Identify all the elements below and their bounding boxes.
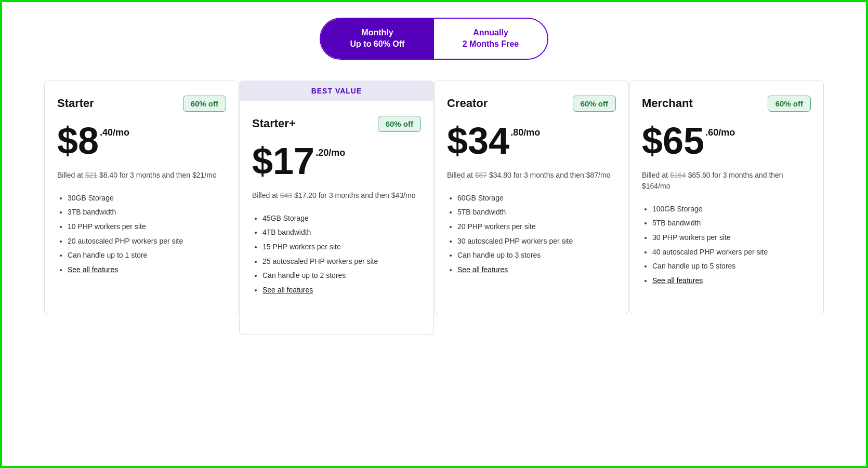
best-value-banner: BEST VALUE xyxy=(239,81,434,101)
plan-header-starter-plus: Starter+ 60% off xyxy=(252,116,421,132)
price-decimal-starter-plus: .20/mo xyxy=(315,148,345,158)
see-all-item-merchant[interactable]: See all features xyxy=(652,276,811,286)
feature-item-starter-3: 20 autoscaled PHP workers per site xyxy=(68,236,226,247)
features-list-starter: 30GB Storage3TB bandwidth10 PHP workers … xyxy=(57,193,226,275)
billing-note-starter-plus: Billed at $43 $17.20 for 3 months and th… xyxy=(252,190,421,201)
feature-item-starter-1: 3TB bandwidth xyxy=(68,207,226,218)
plan-card-starter-plus: Starter+ 60% off $17 .20/mo Billed at $4… xyxy=(239,101,434,336)
feature-item-starter-plus-2: 15 PHP workers per site xyxy=(262,242,421,252)
feature-item-starter-plus-1: 4TB bandwidth xyxy=(262,228,421,238)
plan-col-merchant: Merchant 60% off $65 .60/mo Billed at $1… xyxy=(629,81,824,315)
see-all-link-merchant[interactable]: See all features xyxy=(652,276,703,285)
toggle-container: Monthly Up to 60% Off Annually 2 Months … xyxy=(320,18,548,60)
features-list-creator: 60GB Storage5TB bandwidth20 PHP workers … xyxy=(447,193,616,275)
monthly-label-line1: Monthly xyxy=(333,27,422,38)
price-row-starter-plus: $17 .20/mo xyxy=(252,142,421,180)
feature-item-starter-plus-0: 45GB Storage xyxy=(262,213,421,224)
plan-name-creator: Creator xyxy=(447,97,488,110)
feature-item-creator-4: Can handle up to 3 stores xyxy=(457,250,616,261)
plan-card-merchant: Merchant 60% off $65 .60/mo Billed at $1… xyxy=(629,81,824,315)
discount-badge-starter: 60% off xyxy=(183,96,226,112)
price-main-creator: $34 xyxy=(447,122,509,159)
feature-item-creator-1: 5TB bandwidth xyxy=(457,207,616,218)
billing-note-creator: Billed at $87 $34.80 for 3 months and th… xyxy=(447,170,616,181)
features-list-starter-plus: 45GB Storage4TB bandwidth15 PHP workers … xyxy=(252,213,421,296)
feature-item-starter-0: 30GB Storage xyxy=(68,193,226,204)
billing-original-creator: $87 xyxy=(475,171,487,179)
plan-header-creator: Creator 60% off xyxy=(447,96,616,112)
price-decimal-starter: .40/mo xyxy=(100,127,129,138)
plan-col-starter-plus: BEST VALUE Starter+ 60% off $17 .20/mo B… xyxy=(239,81,434,315)
plan-col-creator: Creator 60% off $34 .80/mo Billed at $87… xyxy=(434,81,629,315)
see-all-link-creator[interactable]: See all features xyxy=(457,265,508,274)
see-all-item-creator[interactable]: See all features xyxy=(457,265,616,275)
see-all-item-starter[interactable]: See all features xyxy=(68,265,226,275)
see-all-item-starter-plus[interactable]: See all features xyxy=(262,285,421,296)
feature-item-merchant-1: 5TB bandwidth xyxy=(652,218,811,229)
price-row-creator: $34 .80/mo xyxy=(447,122,616,159)
billing-note-merchant: Billed at $164 $65.60 for 3 months and t… xyxy=(642,170,811,192)
price-decimal-merchant: .60/mo xyxy=(705,127,735,138)
feature-item-creator-3: 30 autoscaled PHP workers per site xyxy=(457,236,616,247)
annually-toggle[interactable]: Annually 2 Months Free xyxy=(434,19,547,59)
annually-label-line1: Annually xyxy=(446,27,535,38)
monthly-toggle[interactable]: Monthly Up to 60% Off xyxy=(321,19,434,59)
feature-item-starter-4: Can handle up to 1 store xyxy=(68,250,226,261)
plan-name-starter: Starter xyxy=(57,97,94,110)
billing-note-starter: Billed at $21 $8.40 for 3 months and the… xyxy=(57,170,226,181)
plan-header-merchant: Merchant 60% off xyxy=(642,96,811,112)
price-row-starter: $8 .40/mo xyxy=(57,122,226,159)
feature-item-merchant-2: 30 PHP workers per site xyxy=(652,233,811,243)
plan-header-starter: Starter 60% off xyxy=(57,96,226,112)
feature-item-creator-2: 20 PHP workers per site xyxy=(457,222,616,232)
price-main-starter-plus: $17 xyxy=(252,142,314,180)
feature-item-creator-0: 60GB Storage xyxy=(457,193,616,204)
feature-item-merchant-0: 100GB Storage xyxy=(652,204,811,215)
features-list-merchant: 100GB Storage5TB bandwidth30 PHP workers… xyxy=(642,204,811,286)
price-row-merchant: $65 .60/mo xyxy=(642,122,811,159)
discount-badge-merchant: 60% off xyxy=(768,96,811,112)
see-all-link-starter[interactable]: See all features xyxy=(68,265,118,274)
annually-label-line2: 2 Months Free xyxy=(446,38,535,50)
feature-item-starter-plus-3: 25 autoscaled PHP workers per site xyxy=(262,257,421,267)
billing-original-merchant: $164 xyxy=(670,171,686,179)
feature-item-starter-plus-4: Can handle up to 2 stores xyxy=(262,271,421,281)
billing-toggle[interactable]: Monthly Up to 60% Off Annually 2 Months … xyxy=(12,18,856,60)
billing-original-starter-plus: $43 xyxy=(280,191,292,199)
plan-card-starter: Starter 60% off $8 .40/mo Billed at $21 … xyxy=(44,81,239,315)
price-main-merchant: $65 xyxy=(642,122,704,159)
discount-badge-creator: 60% off xyxy=(573,96,616,112)
plan-name-merchant: Merchant xyxy=(642,97,693,110)
billing-original-starter: $21 xyxy=(85,171,97,179)
price-main-starter: $8 xyxy=(57,122,99,159)
plan-card-creator: Creator 60% off $34 .80/mo Billed at $87… xyxy=(434,81,629,315)
plans-container: Starter 60% off $8 .40/mo Billed at $21 … xyxy=(44,81,824,315)
plan-col-starter: Starter 60% off $8 .40/mo Billed at $21 … xyxy=(44,81,239,315)
monthly-label-line2: Up to 60% Off xyxy=(333,38,422,50)
discount-badge-starter-plus: 60% off xyxy=(378,116,421,132)
feature-item-merchant-3: 40 autoscaled PHP workers per site xyxy=(652,247,811,258)
plan-name-starter-plus: Starter+ xyxy=(252,117,296,130)
feature-item-starter-2: 10 PHP workers per site xyxy=(68,222,226,232)
feature-item-merchant-4: Can handle up to 5 stores xyxy=(652,261,811,272)
see-all-link-starter-plus[interactable]: See all features xyxy=(262,286,313,294)
price-decimal-creator: .80/mo xyxy=(510,127,540,138)
